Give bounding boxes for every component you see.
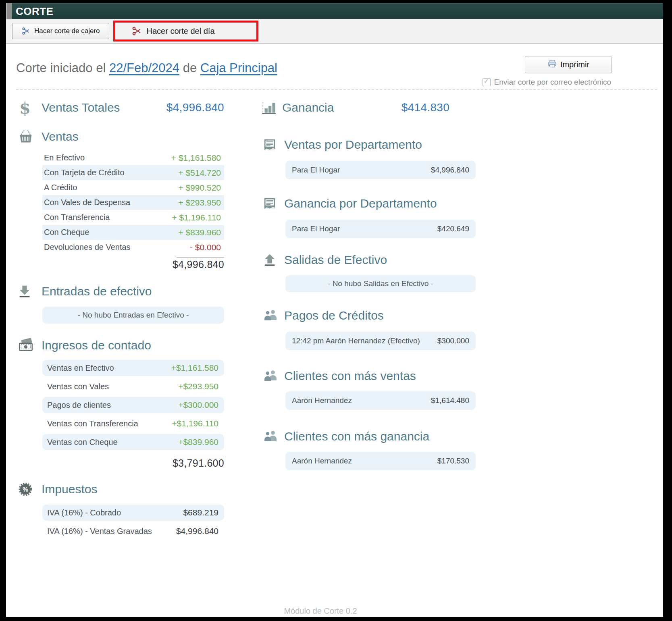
section-heading-pagos-creditos: Pagos de Créditos [262, 307, 476, 324]
report-content: Corte iniciado el 22/Feb/2024 de Caja Pr… [6, 44, 663, 617]
percent-badge-icon: % [18, 480, 38, 498]
cash-icon [18, 336, 38, 354]
table-row: Aarón Hernandez $1,614.480 [285, 391, 476, 410]
row-label: Con Vales de Despensa [44, 198, 130, 207]
scissors-icon [131, 26, 142, 36]
table-row: En Efectivo + $1,161.580 [42, 150, 224, 165]
print-button[interactable]: Imprimir [525, 56, 612, 73]
total-value: $4,996.840 [173, 259, 224, 270]
ingresos-total: $3,791.600 [16, 456, 224, 469]
section-title: Ventas [42, 130, 79, 143]
report-title-connector: de [183, 61, 197, 75]
row-label: Devoluciones de Ventas [44, 243, 131, 252]
svg-text:%: % [23, 486, 28, 493]
row-value: +$839.960 [178, 437, 218, 447]
section-title: Salidas de Efectivo [284, 253, 387, 267]
table-row: Para El Hogar $4,996.840 [285, 161, 476, 179]
section-heading-salidas: Salidas de Efectivo [262, 251, 476, 269]
arrow-up-icon [263, 251, 283, 269]
people-icon [263, 307, 283, 324]
total-rule [177, 456, 224, 456]
row-value: $300.000 [437, 336, 469, 345]
table-row: Con Tarjeta de Crédito + $514.720 [42, 165, 224, 180]
row-value: $1,614.480 [431, 396, 469, 405]
row-value: $170.530 [437, 457, 469, 465]
day-cut-label: Hacer corte del día [147, 27, 215, 36]
printer-icon [547, 59, 557, 71]
section-heading-clientes-ganancia: Clientes con más ganancia [262, 428, 476, 445]
row-value: + $293.950 [178, 198, 221, 208]
table-row: Ventas con Vales +$293.950 [42, 378, 224, 395]
total-sales-summary: $ Ventas Totales $4,996.840 [16, 99, 224, 116]
row-value: - $0.000 [190, 243, 221, 252]
highlight-box: Hacer corte del día [113, 21, 258, 42]
cashier-cut-button[interactable]: Hacer corte de cajero [12, 23, 109, 39]
ingresos-table: Ventas en Efectivo +$1,161.580 Ventas co… [42, 360, 224, 450]
table-row: Ventas con Transferencia +$1,196.110 [42, 415, 224, 432]
row-label: Para El Hogar [292, 166, 340, 174]
table-row: 12:42 pm Aarón Hernandez (Efectivo) $300… [285, 332, 476, 350]
section-heading-impuestos: % Impuestos [16, 480, 224, 498]
total-sales-value: $4,996.840 [166, 101, 224, 114]
table-row: Aarón Hernandez $170.530 [285, 452, 476, 470]
ventas-table: En Efectivo + $1,161.580 Con Tarjeta de … [42, 150, 224, 255]
table-row: IVA (16%) - Cobrado $689.219 [42, 505, 224, 521]
row-label: Ventas con Cheque [47, 438, 118, 447]
salidas-empty-message: - No hubo Salidas en Efectivo - [285, 275, 476, 292]
row-value: $689.219 [183, 508, 218, 517]
report-document-icon [263, 195, 283, 212]
row-value: $4,996.840 [431, 166, 469, 174]
table-row: Ventas con Cheque +$839.960 [42, 434, 224, 450]
total-value: $3,791.600 [173, 457, 224, 469]
title-bar: CORTE [12, 3, 663, 19]
row-value: +$293.950 [178, 382, 218, 391]
row-label: 12:42 pm Aarón Hernandez (Efectivo) [292, 336, 420, 345]
app-window: CORTE Hacer corte de cajero Hacer corte … [6, 3, 663, 617]
row-label: IVA (16%) - Ventas Gravadas [47, 527, 152, 536]
row-label: Ventas con Vales [47, 382, 109, 391]
row-label: Aarón Hernandez [292, 457, 352, 465]
table-row: IVA (16%) - Ventas Gravadas $4,996.840 [42, 523, 224, 539]
section-heading-clientes-ventas: Clientes con más ventas [262, 367, 476, 385]
basket-icon [18, 128, 38, 145]
people-icon [263, 428, 283, 445]
email-checkbox[interactable] [483, 78, 491, 86]
row-label: Ventas en Efectivo [47, 363, 114, 373]
row-label: Para El Hogar [292, 224, 340, 233]
section-title: Ganancia por Departamento [284, 197, 437, 210]
ventas-total: $4,996.840 [16, 257, 224, 270]
section-title: Ventas por Departamento [284, 138, 422, 152]
toolbar: Hacer corte de cajero Hacer corte del dí… [6, 19, 663, 44]
section-title: Entradas de efectivo [42, 285, 152, 298]
row-value: +$1,161.580 [171, 363, 218, 373]
section-title: Clientes con más ventas [284, 369, 416, 383]
section-title: Impuestos [42, 482, 97, 496]
module-version-label: Módulo de Corte 0.2 [6, 606, 635, 616]
report-date-link[interactable]: 22/Feb/2024 [109, 61, 179, 75]
row-label: En Efectivo [44, 153, 85, 162]
profit-value: $414.830 [402, 101, 449, 114]
total-rule [177, 257, 224, 258]
entradas-empty-message: - No hubo Entradas en Efectivo - [42, 307, 224, 324]
table-row: Con Vales de Despensa + $293.950 [42, 195, 224, 210]
row-value: +$300.000 [178, 400, 218, 410]
table-row: A Crédito + $990.520 [42, 180, 224, 195]
right-column: Ganancia $414.830 Ventas por Departament… [262, 96, 476, 470]
table-row: Ventas en Efectivo +$1,161.580 [42, 360, 224, 376]
window-corner-strip [6, 3, 12, 19]
section-title: Clientes con más ganancia [284, 430, 429, 443]
section-heading-entradas: Entradas de efectivo [16, 282, 224, 300]
day-cut-button[interactable]: Hacer corte del día [115, 23, 231, 39]
row-value: $4,996.840 [176, 526, 218, 536]
row-value: + $1,196.110 [172, 213, 221, 222]
left-column: $ Ventas Totales $4,996.840 [16, 96, 224, 542]
email-option: Enviar corte por correo electrónico [483, 78, 611, 87]
row-label: A Crédito [44, 183, 77, 192]
table-row: Con Cheque + $839.960 [42, 225, 224, 240]
impuestos-table: IVA (16%) - Cobrado $689.219 IVA (16%) -… [42, 505, 224, 539]
total-sales-label: Ventas Totales [42, 101, 120, 114]
window-title: CORTE [16, 5, 54, 18]
cash-register-link[interactable]: Caja Principal [200, 61, 277, 75]
screenshot-root: { "window_title": "CORTE", "toolbar": { … [0, 0, 672, 621]
row-label: Aarón Hernandez [292, 396, 352, 405]
